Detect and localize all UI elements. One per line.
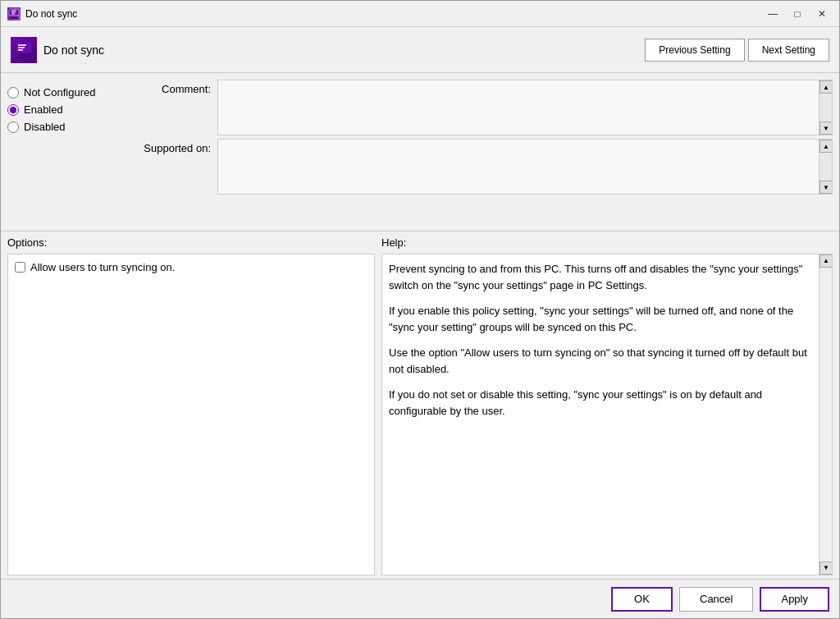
help-paragraph-4: If you do not set or disable this settin… — [389, 387, 812, 419]
enabled-option[interactable]: Enabled — [7, 103, 130, 116]
allow-syncing-option[interactable]: Allow users to turn syncing on. — [15, 261, 368, 273]
comment-scrollbar: ▲ ▼ — [819, 80, 832, 135]
help-scrollbar: ▲ ▼ — [819, 254, 832, 575]
enabled-radio[interactable] — [7, 104, 19, 116]
help-paragraph-1: Prevent syncing to and from this PC. Thi… — [389, 261, 812, 293]
comment-scroll-up[interactable]: ▲ — [819, 80, 833, 94]
window-icon — [7, 7, 21, 21]
help-section-label: Help: — [381, 236, 833, 249]
main-window: Do not sync — □ ✕ Do not sync Previous S… — [0, 0, 840, 619]
title-controls: — □ ✕ — [762, 5, 833, 23]
allow-syncing-label: Allow users to turn syncing on. — [30, 261, 175, 273]
options-section-label: Options: — [7, 236, 381, 249]
previous-setting-button[interactable]: Previous Setting — [645, 39, 744, 62]
help-scroll-down[interactable]: ▼ — [819, 562, 833, 575]
comment-label: Comment: — [137, 80, 211, 95]
supported-scrollbar: ▲ ▼ — [819, 140, 832, 194]
help-paragraph-2: If you enable this policy setting, "sync… — [389, 303, 812, 335]
ok-button[interactable]: OK — [611, 587, 673, 612]
header-title: Do not sync — [43, 44, 645, 57]
allow-syncing-checkbox[interactable] — [15, 262, 25, 273]
help-panel: Prevent syncing to and from this PC. Thi… — [381, 254, 833, 575]
title-bar: Do not sync — □ ✕ — [1, 1, 839, 27]
disabled-label: Disabled — [24, 121, 66, 133]
supported-row: Supported on: ▲ ▼ — [137, 139, 833, 195]
window-title: Do not sync — [25, 8, 762, 20]
nav-buttons: Previous Setting Next Setting — [645, 39, 829, 62]
enabled-label: Enabled — [24, 103, 63, 116]
svg-rect-1 — [10, 16, 18, 19]
not-configured-label: Not Configured — [24, 86, 95, 99]
comment-field[interactable]: ▲ ▼ — [217, 80, 833, 135]
supported-label: Supported on: — [137, 139, 211, 154]
close-button[interactable]: ✕ — [811, 5, 833, 23]
header-icon — [11, 37, 37, 63]
svg-rect-9 — [17, 54, 30, 58]
header-row: Do not sync Previous Setting Next Settin… — [1, 27, 839, 73]
disabled-option[interactable]: Disabled — [7, 121, 130, 133]
supported-field[interactable]: ▲ ▼ — [217, 139, 833, 195]
supported-scroll-up[interactable]: ▲ — [819, 140, 833, 153]
section-labels: Options: Help: — [1, 231, 839, 250]
apply-button[interactable]: Apply — [760, 587, 829, 612]
top-section: Not Configured Enabled Disabled Comment: — [1, 80, 839, 227]
disabled-radio[interactable] — [7, 122, 19, 133]
next-setting-button[interactable]: Next Setting — [748, 39, 829, 62]
fields-panel: Comment: ▲ ▼ Supported on: ▲ ▼ — [137, 80, 833, 227]
radio-panel: Not Configured Enabled Disabled — [7, 80, 130, 227]
help-paragraph-3: Use the option "Allow users to turn sync… — [389, 345, 812, 377]
not-configured-radio[interactable] — [7, 87, 19, 99]
supported-scroll-down[interactable]: ▼ — [819, 181, 833, 194]
cancel-button[interactable]: Cancel — [679, 587, 753, 612]
comment-row: Comment: ▲ ▼ — [137, 80, 833, 135]
bottom-bar: OK Cancel Apply — [1, 579, 839, 618]
content-area: Not Configured Enabled Disabled Comment: — [1, 73, 839, 579]
help-scroll-up[interactable]: ▲ — [819, 254, 833, 268]
options-panel: Allow users to turn syncing on. — [7, 254, 375, 575]
not-configured-option[interactable]: Not Configured — [7, 86, 130, 99]
comment-scroll-down[interactable]: ▼ — [819, 122, 833, 135]
maximize-button[interactable]: □ — [787, 5, 808, 23]
minimize-button[interactable]: — — [762, 5, 783, 23]
bottom-panels: Allow users to turn syncing on. Prevent … — [1, 250, 839, 579]
